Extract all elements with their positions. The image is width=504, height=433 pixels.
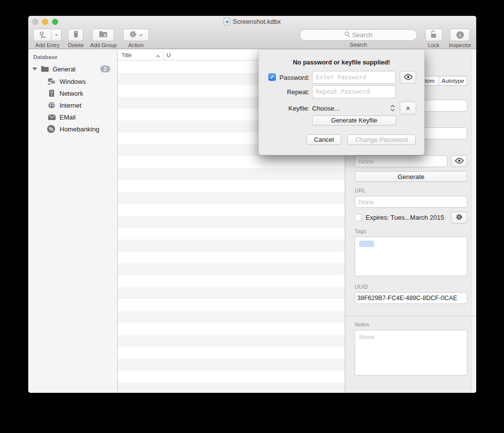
info-icon: i bbox=[456, 31, 464, 39]
add-entry-label: Add Entry bbox=[35, 42, 59, 48]
expires-settings-button[interactable] bbox=[451, 212, 467, 224]
document-icon bbox=[224, 18, 230, 25]
toolbar-item-lock: Lock bbox=[425, 29, 442, 48]
folder-plus-icon bbox=[99, 30, 108, 40]
toolbar-item-search: Search Search bbox=[300, 29, 417, 48]
sidebar-item-label: Windows bbox=[60, 78, 86, 85]
search-label: Search bbox=[350, 42, 367, 48]
search-input[interactable]: Search bbox=[300, 29, 417, 41]
add-group-label: Add Group bbox=[90, 42, 117, 48]
clear-keyfile-button[interactable]: ✕ bbox=[400, 102, 416, 115]
inspector-button[interactable]: i bbox=[450, 29, 470, 41]
uuid-label: UUID bbox=[355, 284, 368, 290]
toolbar-item-add-group: Add Group bbox=[90, 29, 117, 48]
search-icon bbox=[344, 31, 350, 39]
lock-label: Lock bbox=[428, 42, 440, 48]
add-entry-dropdown-icon[interactable]: ▾ bbox=[52, 29, 61, 41]
search-placeholder: Search bbox=[352, 31, 373, 39]
delete-button[interactable] bbox=[68, 29, 83, 41]
server-icon bbox=[47, 89, 56, 98]
url-field[interactable] bbox=[355, 196, 467, 208]
unlock-icon bbox=[430, 30, 437, 40]
chevron-down-icon bbox=[139, 33, 143, 38]
trash-icon bbox=[72, 30, 79, 40]
key-plus-icon bbox=[34, 29, 52, 41]
change-password-button[interactable]: Change Password bbox=[347, 134, 416, 145]
inspector-separator bbox=[345, 316, 476, 316]
column-header-title[interactable]: Title bbox=[118, 50, 164, 60]
sidebar-item-label: Internet bbox=[60, 102, 81, 109]
delete-label: Delete bbox=[68, 42, 84, 48]
gear-icon bbox=[455, 213, 463, 222]
inspector-label: Inspector bbox=[449, 42, 471, 48]
entry-count-badge: 2 bbox=[100, 65, 110, 72]
password-input[interactable] bbox=[312, 71, 396, 84]
lock-button[interactable] bbox=[425, 29, 442, 41]
inspector-scrollbar[interactable] bbox=[471, 50, 476, 393]
dialog-message: No password or keyfile supplied! bbox=[259, 59, 424, 66]
expires-row: Expires: Tues...March 2015 bbox=[355, 214, 444, 221]
close-icon: ✕ bbox=[405, 105, 411, 112]
change-password-dialog: No password or keyfile supplied! ✓ Passw… bbox=[258, 50, 425, 155]
percent-icon: % bbox=[47, 125, 55, 133]
content-area: Database General 2 Windows Network bbox=[28, 50, 476, 393]
windows-icon bbox=[47, 77, 56, 86]
tags-label: Tags bbox=[355, 228, 366, 234]
sidebar-item-network[interactable]: Network bbox=[28, 88, 117, 99]
toolbar: ▾ Add Entry Delete Add Group bbox=[28, 28, 476, 49]
notes-placeholder: None bbox=[359, 333, 375, 341]
notes-field[interactable]: None bbox=[355, 330, 467, 375]
eye-icon bbox=[404, 74, 413, 81]
password-label: Password: bbox=[262, 74, 310, 81]
action-label: Action bbox=[128, 42, 144, 48]
cancel-button[interactable]: Cancel bbox=[307, 134, 341, 145]
entry-list: Title U No password or keyfile supplied!… bbox=[118, 50, 345, 393]
toolbar-item-inspector: i Inspector bbox=[449, 29, 471, 48]
generate-keyfile-button[interactable]: Generate Keyfile bbox=[312, 116, 396, 125]
sidebar-item-general[interactable]: General 2 bbox=[28, 63, 117, 74]
sidebar-item-label: EMail bbox=[60, 114, 76, 121]
action-button[interactable] bbox=[123, 29, 149, 41]
reveal-password-button[interactable] bbox=[400, 71, 416, 84]
generate-button[interactable]: Generate bbox=[355, 171, 467, 182]
repeat-label: Repeat: bbox=[262, 88, 310, 96]
window-header: Screenshot.kdbx ▾ Add Entry Delete bbox=[28, 16, 476, 49]
url-label: URL bbox=[355, 187, 366, 193]
window-title: Screenshot.kdbx bbox=[28, 18, 476, 25]
sidebar-item-label: General bbox=[53, 65, 75, 73]
disclosure-triangle-icon[interactable] bbox=[32, 67, 37, 70]
sidebar: Database General 2 Windows Network bbox=[28, 50, 118, 393]
toolbar-item-action: Action bbox=[123, 29, 149, 48]
sidebar-item-label: Network bbox=[60, 90, 83, 97]
reveal-password-button[interactable] bbox=[451, 155, 467, 167]
expires-checkbox[interactable] bbox=[355, 214, 362, 221]
repeat-input[interactable] bbox=[312, 85, 396, 98]
uuid-field[interactable] bbox=[355, 292, 467, 304]
envelope-icon bbox=[47, 113, 56, 122]
gear-icon bbox=[129, 30, 137, 40]
add-entry-button[interactable]: ▾ bbox=[33, 29, 62, 41]
keyfile-label: Keyfile: bbox=[262, 105, 310, 112]
tab-autotype[interactable]: Autotype bbox=[439, 76, 467, 85]
sidebar-item-internet[interactable]: Internet bbox=[28, 100, 117, 111]
add-group-button[interactable] bbox=[92, 29, 114, 41]
sort-ascending-icon bbox=[156, 53, 160, 59]
sidebar-item-label: Homebanking bbox=[60, 125, 99, 133]
sidebar-section-header: Database bbox=[33, 54, 58, 60]
toolbar-item-delete: Delete bbox=[68, 29, 84, 48]
notes-label: Notes bbox=[355, 321, 369, 327]
keyfile-popup[interactable]: Choose... bbox=[312, 105, 340, 112]
app-window: Screenshot.kdbx ▾ Add Entry Delete bbox=[28, 16, 476, 393]
globe-icon bbox=[47, 101, 56, 110]
tags-field[interactable] bbox=[355, 237, 467, 276]
toolbar-item-add-entry: ▾ Add Entry bbox=[33, 29, 62, 48]
tag-token[interactable] bbox=[359, 241, 374, 247]
sidebar-item-homebanking[interactable]: % Homebanking bbox=[28, 124, 117, 134]
folder-icon bbox=[40, 64, 49, 73]
stepper-icon[interactable] bbox=[390, 104, 395, 114]
password-field[interactable] bbox=[355, 155, 447, 167]
column-header-username[interactable]: U bbox=[164, 52, 171, 58]
sidebar-item-email[interactable]: EMail bbox=[28, 112, 117, 123]
sidebar-item-windows[interactable]: Windows bbox=[28, 76, 117, 87]
eye-icon bbox=[455, 158, 464, 165]
